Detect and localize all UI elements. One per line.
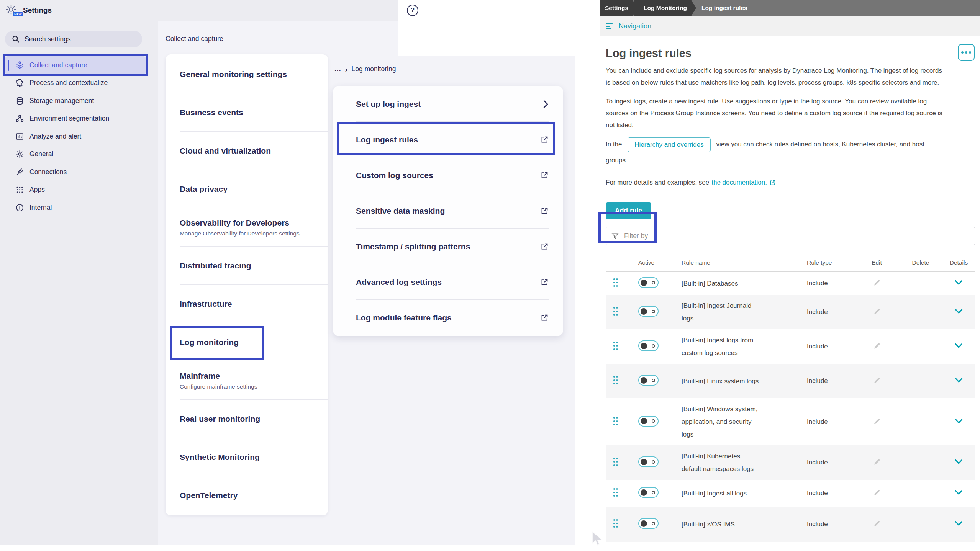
breadcrumb-ellipsis-link[interactable]: ... [334,65,341,73]
details-chevron-down-icon[interactable] [955,280,963,285]
flyout-item-set-up-log-ingest[interactable]: Set up log ingest [333,86,563,122]
edit-pencil-icon[interactable] [873,342,881,350]
details-chevron-down-icon[interactable] [955,490,963,495]
settings-group-label: General monitoring settings [180,70,320,79]
active-toggle[interactable] [638,518,659,529]
docs-paragraph: For more details and examples, see the d… [606,179,975,186]
external-link-icon [541,314,549,322]
sidebar-item-apps[interactable]: Apps [5,181,146,199]
flyout-item-custom-log-sources[interactable]: Custom log sources [333,157,563,193]
drag-handle-icon[interactable] [613,457,618,468]
settings-group-general-monitoring-settings[interactable]: General monitoring settings [166,55,328,93]
settings-group-log-monitoring[interactable]: Log monitoring [166,323,328,361]
flyout-item-advanced-log-settings[interactable]: Advanced log settings [333,264,563,300]
drag-handle-icon[interactable] [613,518,618,530]
active-toggle[interactable] [638,416,659,427]
col-header-delete: Delete [899,259,942,266]
sidebar-item-collect-and-capture[interactable]: Collect and capture [5,56,146,74]
add-rule-button[interactable]: Add rule [606,202,651,219]
active-toggle[interactable] [638,487,659,498]
sidebar-item-process-and-contextualize[interactable]: Process and contextualize [5,74,146,92]
details-chevron-down-icon[interactable] [955,419,963,424]
sidebar-item-environment-segmentation[interactable]: Environment segmentation [5,110,146,128]
rule-type: Include [799,459,855,466]
flyout-item-log-module-feature-flags[interactable]: Log module feature flags [333,300,563,335]
active-toggle[interactable] [638,375,659,386]
search-input[interactable]: Search settings [5,31,142,47]
edit-pencil-icon[interactable] [873,520,881,527]
settings-group-infrastructure[interactable]: Infrastructure [166,285,328,323]
navigation-row: Navigation [600,16,980,36]
drag-handle-icon[interactable] [613,416,618,428]
settings-group-real-user-monitoring[interactable]: Real user monitoring [166,400,328,438]
drag-handle-icon[interactable] [613,487,618,499]
chevron-right-icon: › [345,66,348,72]
drag-handle-icon[interactable] [613,341,618,352]
settings-group-synthetic-monitoring[interactable]: Synthetic Monitoring [166,438,328,476]
settings-group-data-privacy[interactable]: Data privacy [166,170,328,208]
help-icon[interactable]: ? [407,5,418,16]
rule-row: [Built-in] Linux system logsInclude [606,364,975,398]
collect-and-capture-panel: General monitoring settingsBusiness even… [166,54,328,515]
drag-handle-icon[interactable] [613,306,618,318]
drag-handle-icon[interactable] [613,278,618,289]
documentation-link[interactable]: the documentation. [711,179,767,186]
docs-prefix: For more details and examples, see [606,179,709,186]
edit-pencil-icon[interactable] [873,307,881,315]
settings-group-distributed-tracing[interactable]: Distributed tracing [166,247,328,285]
active-toggle[interactable] [638,306,659,317]
flyout-item-sensitive-data-masking[interactable]: Sensitive data masking [333,193,563,229]
log-monitoring-flyout: Set up log ingestLog ingest rulesCustom … [333,86,563,336]
rule-name: [Built-in] Ingest logs from custom log s… [675,334,799,359]
sidebar-item-analyze-and-alert[interactable]: Analyze and alert [5,128,146,146]
app-title: Settings [23,6,52,15]
flyout-item-log-ingest-rules[interactable]: Log ingest rules [333,122,563,157]
settings-group-label: Data privacy [180,185,320,194]
sidebar-item-internal[interactable]: Internal [5,199,146,217]
active-toggle[interactable] [638,277,659,288]
settings-group-mainframe[interactable]: MainframeConfigure mainframe settings [166,361,328,400]
settings-group-opentelemetry[interactable]: OpenTelemetry [166,476,328,515]
filter-field[interactable] [606,227,975,245]
rule-type: Include [799,280,855,287]
breadcrumb-log-ingest-rules: Log ingest rules [701,0,747,16]
edit-pencil-icon[interactable] [873,417,881,425]
background-area [0,545,600,551]
filter-input[interactable] [623,232,969,240]
storage-icon [15,96,24,105]
more-options-button[interactable] [958,44,975,61]
details-chevron-down-icon[interactable] [955,459,963,464]
rule-row: [Built-in] DatabasesInclude [606,272,975,295]
edit-pencil-icon[interactable] [873,458,881,466]
breadcrumb-settings[interactable]: Settings [600,0,637,16]
info-icon [15,203,24,212]
breadcrumb-log-monitoring[interactable]: Log Monitoring [634,0,696,16]
settings-group-cloud-and-virtualization[interactable]: Cloud and virtualization [166,132,328,170]
table-header: Active Rule name Rule type Edit Delete D… [606,253,975,272]
sidebar-item-label: Connections [29,168,67,176]
settings-group-observability-for-developers[interactable]: Observability for DevelopersManage Obser… [166,208,328,247]
screen: NEW Settings ? Search settings Collect a… [0,0,980,551]
drag-handle-icon[interactable] [613,375,618,387]
settings-group-label: Observability for Developers [180,218,320,227]
details-chevron-down-icon[interactable] [955,378,963,383]
sidebar-item-storage-management[interactable]: Storage management [5,92,146,110]
settings-group-business-events[interactable]: Business events [166,93,328,132]
sidebar-item-connections[interactable]: Connections [5,163,146,181]
edit-pencil-icon[interactable] [873,279,881,286]
hierarchy-and-overrides-button[interactable]: Hierarchy and overrides [628,137,710,152]
flyout-item-timestamp-splitting-patterns[interactable]: Timestamp / splitting patterns [333,229,563,264]
details-chevron-down-icon[interactable] [955,309,963,314]
col-header-details: Details [942,259,975,266]
edit-pencil-icon[interactable] [873,376,881,384]
details-chevron-down-icon[interactable] [955,343,963,348]
rule-type: Include [799,377,855,385]
active-toggle[interactable] [638,456,659,467]
navigation-link[interactable]: Navigation [619,22,651,30]
details-chevron-down-icon[interactable] [955,521,963,526]
rule-name: [Built-in] z/OS IMS [675,518,799,531]
settings-group-label: Synthetic Monitoring [180,453,320,462]
active-toggle[interactable] [638,340,659,351]
sidebar-item-general[interactable]: General [5,146,146,164]
edit-pencil-icon[interactable] [873,489,881,496]
